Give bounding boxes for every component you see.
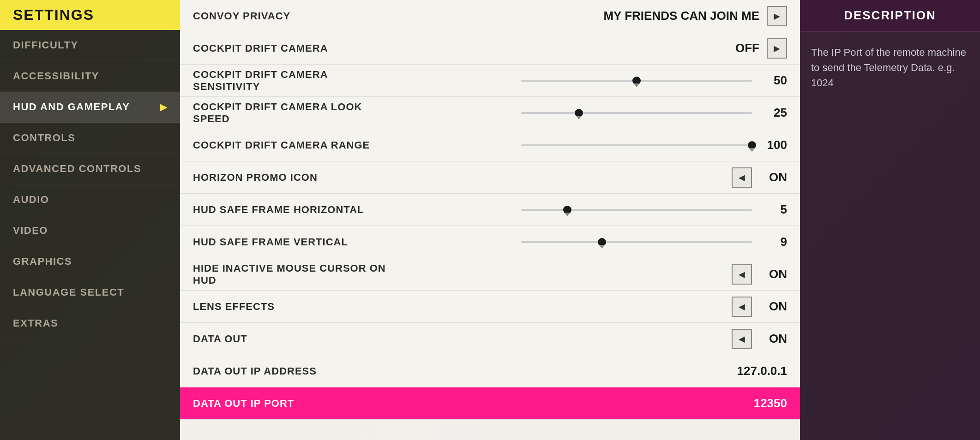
sidebar-item-label: ADVANCED CONTROLS [13,163,141,175]
setting-label: DATA OUT IP ADDRESS [193,365,387,377]
sidebar-item-hud-gameplay[interactable]: HUD AND GAMEPLAY▶ [0,92,180,123]
setting-label: HIDE INACTIVE MOUSE CURSOR ON HUD [193,262,387,286]
setting-value: ON [759,170,787,184]
slider-track [521,112,752,114]
slider-cockpit-drift-camera-look-speed[interactable] [521,106,752,120]
setting-control: 50 [387,73,787,88]
setting-value: 12350 [754,396,787,410]
setting-row-data-out-ip-port: DATA OUT IP PORT12350 [180,387,800,420]
settings-list: CONVOY PRIVACYMY FRIENDS CAN JOIN ME▶COC… [180,0,800,440]
toggle-left-btn[interactable]: ◀ [732,297,752,317]
toggle-right-btn[interactable]: ▶ [767,38,787,59]
setting-row-lens-effects: LENS EFFECTS◀ON [180,291,800,323]
setting-value: 9 [759,235,787,249]
setting-row-horizon-promo-icon: HORIZON PROMO ICON◀ON [180,161,800,194]
sidebar-item-difficulty[interactable]: DIFFICULTY [0,30,180,61]
slider-cockpit-drift-camera-range[interactable] [521,138,752,152]
setting-value: 100 [759,138,787,152]
setting-row-hud-safe-frame-horizontal: HUD SAFE FRAME HORIZONTAL5 [180,194,800,226]
toggle-left-btn[interactable]: ◀ [732,167,752,188]
setting-value: ON [759,267,787,281]
sidebar-item-label: GRAPHICS [13,256,72,268]
slider-marker [576,116,582,119]
sidebar-item-label: EXTRAS [13,317,58,329]
slider-hud-safe-frame-horizontal[interactable] [521,203,752,217]
setting-control: ◀ON [387,167,787,188]
sidebar-arrow-icon: ▶ [160,101,168,113]
slider-marker [749,148,755,152]
setting-label: COCKPIT DRIFT CAMERA SENSITIVITY [193,69,387,93]
setting-label: COCKPIT DRIFT CAMERA RANGE [193,139,387,151]
setting-row-cockpit-drift-camera: COCKPIT DRIFT CAMERAOFF▶ [180,32,800,65]
main-container: SETTINGS DIFFICULTYACCESSIBILITYHUD AND … [0,0,980,440]
sidebar-item-label: CONTROLS [13,132,75,144]
sidebar-item-label: ACCESSIBILITY [13,70,99,82]
sidebar-item-language-select[interactable]: LANGUAGE SELECT [0,277,180,308]
setting-control: 127.0.0.1 [387,364,787,378]
setting-label: COCKPIT DRIFT CAMERA LOOK SPEED [193,101,387,125]
sidebar-item-accessibility[interactable]: ACCESSIBILITY [0,61,180,92]
sidebar: SETTINGS DIFFICULTYACCESSIBILITYHUD AND … [0,0,180,440]
setting-row-cockpit-drift-camera-look-speed: COCKPIT DRIFT CAMERA LOOK SPEED25 [180,97,800,129]
setting-row-data-out: DATA OUT◀ON [180,323,800,355]
setting-row-convoy-privacy: CONVOY PRIVACYMY FRIENDS CAN JOIN ME▶ [180,0,800,32]
slider-marker [634,83,639,87]
sidebar-item-extras[interactable]: EXTRAS [0,308,180,339]
setting-value: 5 [759,202,787,217]
toggle-left-btn[interactable]: ◀ [732,264,752,285]
slider-hud-safe-frame-vertical[interactable] [521,235,752,249]
slider-track [521,209,752,211]
setting-value: 127.0.0.1 [737,364,787,378]
sidebar-item-label: VIDEO [13,225,48,237]
sidebar-item-advanced-controls[interactable]: ADVANCED CONTROLS [0,154,180,184]
setting-label: CONVOY PRIVACY [193,10,387,22]
sidebar-item-label: LANGUAGE SELECT [13,286,124,298]
slider-marker [599,245,605,249]
setting-value: ON [759,299,787,314]
setting-control: ◀ON [387,264,787,285]
setting-row-cockpit-drift-camera-range: COCKPIT DRIFT CAMERA RANGE100 [180,129,800,161]
slider-track [521,144,752,146]
setting-control: ◀ON [387,297,787,317]
setting-control: 9 [387,235,787,249]
sidebar-item-graphics[interactable]: GRAPHICS [0,246,180,277]
sidebar-nav: DIFFICULTYACCESSIBILITYHUD AND GAMEPLAY▶… [0,30,180,339]
toggle-right-btn[interactable]: ▶ [767,6,787,26]
sidebar-item-controls[interactable]: CONTROLS [0,123,180,154]
sidebar-item-audio[interactable]: AUDIO [0,184,180,215]
setting-control: OFF▶ [387,38,787,59]
sidebar-item-label: AUDIO [13,194,49,206]
setting-label: DATA OUT IP PORT [193,398,387,410]
setting-control: 100 [387,138,787,152]
setting-label: HUD SAFE FRAME VERTICAL [193,236,387,248]
settings-title: SETTINGS [0,0,180,30]
setting-label: HUD SAFE FRAME HORIZONTAL [193,204,387,216]
setting-control: 5 [387,202,787,217]
setting-value: OFF [735,41,759,55]
setting-row-cockpit-drift-camera-sensitivity: COCKPIT DRIFT CAMERA SENSITIVITY50 [180,65,800,97]
description-body: The IP Port of the remote machine to sen… [800,32,980,103]
slider-marker [565,213,570,216]
sidebar-item-label: HUD AND GAMEPLAY [13,101,130,113]
setting-label: COCKPIT DRIFT CAMERA [193,42,387,54]
setting-control: 25 [387,106,787,120]
setting-row-data-out-ip-address: DATA OUT IP ADDRESS127.0.0.1 [180,355,800,387]
slider-track [521,241,752,243]
setting-value: 50 [759,73,787,88]
setting-control: MY FRIENDS CAN JOIN ME▶ [387,6,787,26]
slider-track [521,80,752,82]
setting-control: ◀ON [387,329,787,349]
content-panel: CONVOY PRIVACYMY FRIENDS CAN JOIN ME▶COC… [180,0,800,440]
setting-row-hud-safe-frame-vertical: HUD SAFE FRAME VERTICAL9 [180,226,800,258]
setting-label: LENS EFFECTS [193,301,387,313]
toggle-left-btn[interactable]: ◀ [732,329,752,349]
setting-value: MY FRIENDS CAN JOIN ME [603,9,759,23]
sidebar-item-label: DIFFICULTY [13,39,78,51]
setting-label: DATA OUT [193,333,387,345]
slider-cockpit-drift-camera-sensitivity[interactable] [521,74,752,88]
setting-value: ON [759,332,787,346]
description-panel: DESCRIPTION The IP Port of the remote ma… [800,0,980,440]
setting-value: 25 [759,106,787,120]
setting-control: 12350 [387,396,787,410]
sidebar-item-video[interactable]: VIDEO [0,215,180,246]
